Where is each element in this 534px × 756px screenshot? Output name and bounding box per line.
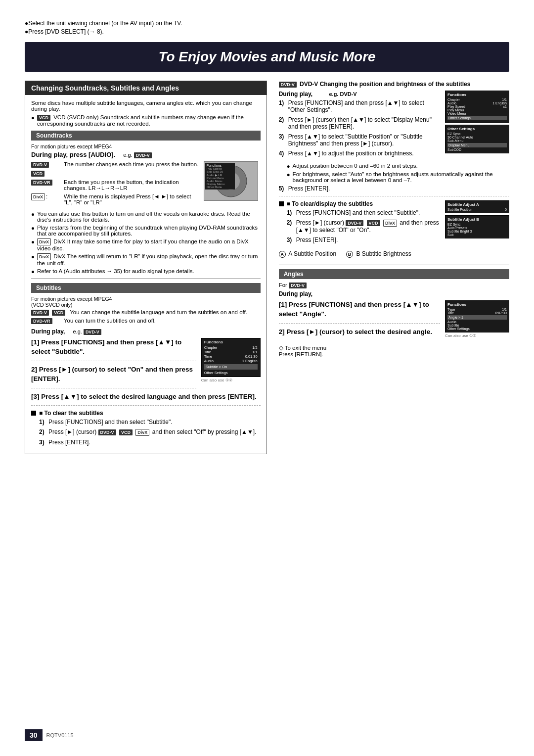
angles-screen-mock: Functions Type1/1 Title0:07:30 Angle > 1… bbox=[445, 300, 509, 332]
subtitles-eg: e.g. DVD-V bbox=[73, 329, 102, 335]
soundtracks-header: Soundtracks bbox=[31, 131, 261, 141]
separator-1 bbox=[31, 279, 261, 279]
subtitles-eg-badge: DVD-V bbox=[84, 329, 101, 335]
soundtracks-content: DVD-V The number changes each time you p… bbox=[31, 161, 261, 208]
divx-row: DivX: While the menu is displayed Press … bbox=[31, 193, 199, 205]
bullet-3: ● DivX DivX It may take some time for pl… bbox=[31, 238, 261, 251]
angles-during-play: During play, bbox=[279, 290, 509, 297]
dashed-sep-2 bbox=[31, 388, 196, 388]
bullet-1: ● You can also use this button to turn o… bbox=[31, 211, 261, 223]
black-square-icon bbox=[31, 411, 36, 416]
angles-dashed-sep bbox=[279, 323, 440, 324]
subtitle-screen-mock: Functions Chapter1/2 Title1/1 Time0:01:3… bbox=[201, 338, 261, 377]
dvdv-vcd-desc: You can change the subtitle language and… bbox=[70, 309, 260, 315]
dvdv-desc: The number changes each time you press t… bbox=[64, 161, 199, 167]
soundtracks-bullets: ● You can also use this button to turn o… bbox=[31, 211, 261, 275]
screen-caption: Can also use ①② bbox=[201, 378, 261, 382]
dvdvr-label: DVD-VR bbox=[31, 180, 52, 186]
clear-display-steps: ■ To clear/display the subtitles 1) Pres… bbox=[279, 200, 440, 246]
brightness-screen-1: Subtitle Adjust A Subtitle Position0 bbox=[445, 200, 509, 213]
b-circle: B bbox=[346, 251, 353, 258]
page-title: To Enjoy Movies and Music More bbox=[35, 49, 499, 65]
label-a: A A Subtitle Position bbox=[279, 250, 336, 258]
clear-step-1: 1) Press [FUNCTIONS] and then select "Su… bbox=[39, 419, 261, 425]
bullet-2: ● Play restarts from the beginning of th… bbox=[31, 225, 261, 236]
subtitles-steps-area: [1] Press [FUNCTIONS] and then press [▲▼… bbox=[31, 338, 261, 392]
subtitles-note: For motion pictures except MPEG4 (VCD SV… bbox=[31, 296, 261, 308]
right-step5: 5) Press [ENTER]. bbox=[279, 185, 509, 192]
divx-label: DivX bbox=[31, 193, 45, 200]
right-screens: Functions Chapter1/1 Audio1 English Play… bbox=[445, 91, 509, 160]
functions-overlay: Functions Play Speed Skip Disc 36 Audio … bbox=[205, 163, 235, 189]
angles-steps: [1] Press [FUNCTIONS] and then press [▲▼… bbox=[279, 300, 440, 340]
intro-section: ●Select the unit viewing channel (or the… bbox=[25, 20, 509, 35]
subtitles-during-play: During play, e.g. DVD-V bbox=[31, 328, 261, 335]
dvdv-pos-badge: DVD-V bbox=[279, 82, 297, 88]
brightness-screens: Subtitle Adjust A Subtitle Position0 Sub… bbox=[445, 200, 509, 246]
dvdv-angles-badge: DVD-V bbox=[289, 283, 307, 288]
two-column-layout: Changing Soundtracks, Subtitles and Angl… bbox=[25, 81, 509, 461]
device-rows: DVD-V The number changes each time you p… bbox=[31, 161, 199, 208]
dvdv-label: DVD-V bbox=[31, 162, 49, 168]
subtitles-header: Subtitles bbox=[31, 283, 261, 293]
exit-note-text: ◇ To exit the menu bbox=[279, 344, 509, 351]
step4-note-1: ● Adjust position between 0 and –60 in 2… bbox=[287, 163, 509, 169]
right-step1: 1) Press [FUNCTIONS] and then press [▲▼]… bbox=[279, 99, 440, 113]
clear-step-2: 2) Press [►] (cursor) DVD-V VCD DivX and… bbox=[39, 428, 261, 436]
right-screen-2: Other Settings EZ Sync 30 Channel Auto S… bbox=[445, 125, 509, 153]
angles-section: Angles For DVD-V During play, [1] Press … bbox=[279, 269, 509, 358]
subtitle-step3: [3] Press [▲▼] to select the desired lan… bbox=[31, 392, 261, 402]
section-intro: Some discs have multiple subtitle langua… bbox=[31, 100, 261, 112]
dvdv-sub-badge: DVD-V bbox=[31, 310, 49, 316]
section-header: Changing Soundtracks, Subtitles and Angl… bbox=[25, 81, 267, 95]
divx-desc: While the menu is displayed Press [◄ ►] … bbox=[64, 193, 199, 205]
rc-clear-step-3: 3) Press [ENTER]. bbox=[287, 236, 440, 243]
vcd-sub-badge: VCD bbox=[52, 310, 65, 316]
angle-step1: [1] Press [FUNCTIONS] and then press [▲▼… bbox=[279, 300, 440, 319]
section-content: Some discs have multiple subtitle langua… bbox=[25, 95, 267, 454]
right-dashed-sep-1 bbox=[279, 196, 509, 196]
dvdvr-desc: Each time you press the button, the indi… bbox=[64, 179, 199, 191]
subtitle-dvdvr-row: DVD-VR You can turn the subtitles on and… bbox=[31, 318, 261, 324]
bullet-4: ● DivX DivX The setting will return to "… bbox=[31, 253, 261, 266]
right-during-play-text: During play, e.g. DVD-V 1) Press [FUNCTI… bbox=[279, 91, 440, 160]
dvdv-badge: DVD-V bbox=[134, 152, 152, 158]
black-sq-2 bbox=[279, 201, 284, 206]
right-column: DVD-V DVD-V Changing the position and br… bbox=[279, 81, 509, 461]
rc-dvdv-badge: DVD-V bbox=[346, 220, 363, 226]
angles-screen-area: Functions Type1/1 Title0:07:30 Angle > 1… bbox=[445, 300, 509, 340]
soundtracks-note: For motion pictures except MPEG4 bbox=[31, 143, 261, 149]
angles-for-label: For DVD-V bbox=[279, 282, 509, 288]
a-circle: A bbox=[279, 251, 286, 258]
footer-code: RQTV0115 bbox=[46, 732, 74, 738]
dvdvr-row: DVD-VR Each time you press the button, t… bbox=[31, 179, 199, 191]
clear-step-3: 3) Press [ENTER]. bbox=[39, 439, 261, 446]
step4-note-2: ● For brightness, select "Auto" so the b… bbox=[287, 171, 509, 183]
dvd-thumbnail-area: Functions Play Speed Skip Disc 36 Audio … bbox=[204, 161, 261, 201]
eg-label: e.g. DVD-V bbox=[123, 152, 153, 158]
vcd-clear-badge: VCD bbox=[119, 429, 133, 435]
label-b: B B Subtitle Brightness bbox=[346, 250, 411, 258]
dvdv-title: DVD-V DVD-V Changing the position and br… bbox=[279, 81, 509, 88]
right-step3: 3) Press [▲▼] to select "Subtitle Positi… bbox=[279, 133, 440, 147]
subtitles-during-label: During play, bbox=[31, 328, 65, 335]
right-step4: 4) Press [▲▼] to adjust the position or … bbox=[279, 150, 440, 157]
clear-display-header: ■ To clear/display the subtitles bbox=[279, 200, 440, 207]
ab-labels: A A Subtitle Position B B Subtitle Brigh… bbox=[279, 250, 509, 258]
subtitle-screen-area: Functions Chapter1/2 Title1/1 Time0:01:3… bbox=[201, 338, 261, 392]
during-play-header: During play, press [AUDIO]. e.g. DVD-V bbox=[31, 151, 261, 158]
dvdvr-sub-badge: DVD-VR bbox=[31, 318, 52, 324]
subtitle-step2: 2] Press [►] (cursor) to select "On" and… bbox=[31, 365, 196, 384]
exit-press-text: Press [RETURN]. bbox=[279, 351, 509, 357]
rc-clear-step-2: 2) Press [►] (cursor) DVD-V VCD DivX and… bbox=[287, 219, 440, 234]
brightness-screen-2: Subtitle Adjust B EZ Sync Auto Presets S… bbox=[445, 215, 509, 238]
dashed-sep-1 bbox=[31, 361, 196, 361]
angles-screen-caption: Can also use ①② bbox=[445, 333, 509, 338]
page-number-badge: 30 bbox=[25, 729, 43, 741]
rc-vcd-badge: VCD bbox=[367, 220, 380, 226]
right-separator bbox=[279, 265, 509, 265]
right-during-play-row: During play, e.g. DVD-V 1) Press [FUNCTI… bbox=[279, 91, 509, 160]
vcd-row: VCD bbox=[31, 170, 199, 177]
angle-step2: 2] Press [►] (cursor) to select the desi… bbox=[279, 328, 440, 337]
step4-notes: ● Adjust position between 0 and –60 in 2… bbox=[287, 163, 509, 183]
